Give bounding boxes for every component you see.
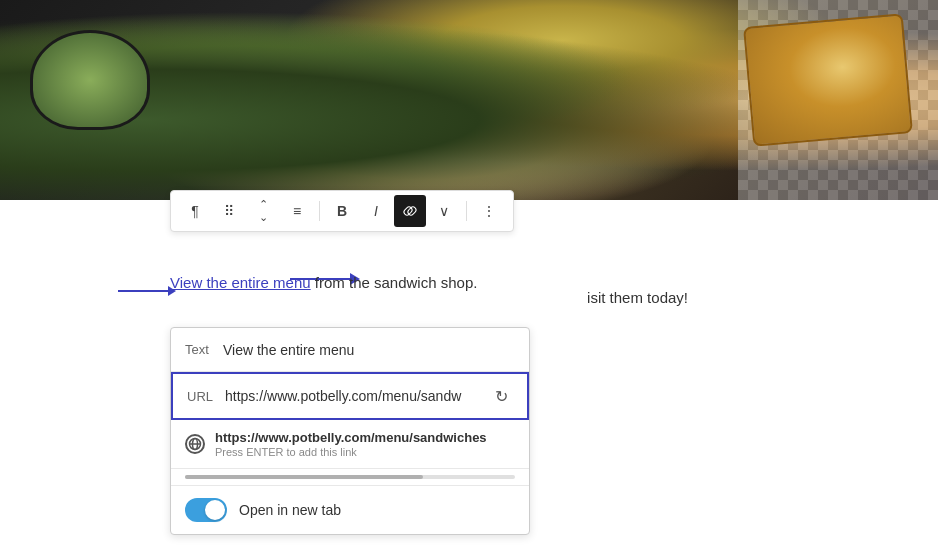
toggle-label: Open in new tab: [239, 502, 341, 518]
paragraph-after-link: from the sandwich shop.: [311, 274, 478, 291]
move-button[interactable]: ⌃⌄: [247, 195, 279, 227]
arrowhead-2: [168, 286, 176, 296]
bold-button[interactable]: B: [326, 195, 358, 227]
visit-text: isit them today!: [587, 289, 688, 306]
drag-button[interactable]: ⠿: [213, 195, 245, 227]
toolbar-divider-2: [466, 201, 467, 221]
url-value[interactable]: https://www.potbelly.com/menu/sandw: [225, 388, 483, 404]
chevron-down-button[interactable]: ∨: [428, 195, 460, 227]
align-button[interactable]: ≡: [281, 195, 313, 227]
link-button[interactable]: [394, 195, 426, 227]
progress-row: [171, 469, 529, 486]
paragraph-button[interactable]: ¶: [179, 195, 211, 227]
italic-button[interactable]: I: [360, 195, 392, 227]
arrow-absolute: [118, 286, 176, 296]
grilled-cheese: [743, 13, 913, 146]
avocado-bowl: [30, 30, 150, 130]
url-label: URL: [187, 389, 225, 404]
progress-bar-bg: [185, 475, 515, 479]
suggestion-content: https://www.potbelly.com/menu/sandwiches…: [215, 430, 515, 458]
food-background: [0, 0, 938, 200]
link-text-row: Text View the entire menu: [171, 328, 529, 372]
suggestion-url: https://www.potbelly.com/menu/sandwiches: [215, 430, 515, 445]
menu-link[interactable]: View the entire menu: [170, 274, 311, 291]
suggestion-row[interactable]: https://www.potbelly.com/menu/sandwiches…: [171, 420, 529, 469]
content-area: View the entire menu from the sandwich s…: [0, 232, 938, 535]
paragraph-text: View the entire menu from the sandwich s…: [170, 271, 477, 295]
globe-icon: [185, 434, 205, 454]
more-options-button[interactable]: ⋮: [473, 195, 505, 227]
link-editor-popup: Text View the entire menu URL https://ww…: [170, 327, 530, 535]
toolbar-divider-1: [319, 201, 320, 221]
toggle-row: Open in new tab: [171, 486, 529, 534]
progress-bar-fill: [185, 475, 423, 479]
url-row: URL https://www.potbelly.com/menu/sandw …: [171, 372, 529, 420]
hero-image: [0, 0, 938, 200]
arrow-line-2: [118, 290, 168, 292]
toolbar-wrapper: ¶ ⠿ ⌃⌄ ≡ B I ∨ ⋮: [0, 190, 938, 232]
link-text-value[interactable]: View the entire menu: [223, 342, 515, 358]
suggestion-hint: Press ENTER to add this link: [215, 446, 515, 458]
open-new-tab-toggle[interactable]: [185, 498, 227, 522]
text-label: Text: [185, 342, 223, 357]
editor-toolbar: ¶ ⠿ ⌃⌄ ≡ B I ∨ ⋮: [170, 190, 514, 232]
refresh-icon[interactable]: ↻: [489, 384, 513, 408]
